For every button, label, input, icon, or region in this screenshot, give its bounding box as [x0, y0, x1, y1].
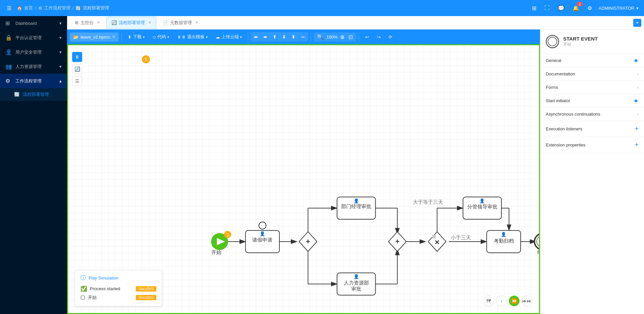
panel-section-forms-header[interactable]: Forms ›: [540, 81, 644, 94]
process-deploy-icon: 🔄: [14, 92, 19, 97]
fit-screen-button[interactable]: ⊡: [347, 33, 354, 41]
canvas-nav-skip-button[interactable]: ⏭⏭: [522, 296, 532, 306]
refresh-button[interactable]: ⟳: [385, 33, 396, 42]
panel-section-execution-listeners-header[interactable]: Execution listeners +: [540, 121, 644, 137]
svg-text:👤: 👤: [260, 231, 265, 237]
breadcrumb-workflow[interactable]: 工作流程管理: [44, 5, 70, 11]
svg-text:人力资源部: 人力资源部: [344, 280, 369, 286]
tab-deploy-close[interactable]: ✕: [148, 20, 151, 25]
code-icon: ◇: [153, 35, 156, 40]
user-security-expand-icon: ▾: [59, 50, 62, 55]
panel-section-start-initiator-header[interactable]: Start initiator ›: [540, 94, 644, 107]
content-area: ⊞ 主控台 ✕ 🔄 流程部署管理 ✕ 📄 元数据管理 ✕ +: [67, 16, 644, 314]
upload-label: 上传云端: [221, 34, 239, 40]
canvas-nav-chevron-button[interactable]: ›: [496, 296, 507, 306]
bpmn-canvas[interactable]: ⏸ 🔄 ☰ 1: [67, 44, 540, 314]
upload-button[interactable]: ☁ 上传云端: [212, 32, 245, 42]
documentation-label: Documentation: [546, 71, 575, 76]
tab-main-dashboard[interactable]: ⊞ 主控台 ✕: [70, 17, 105, 29]
svg-point-52: [548, 37, 557, 46]
breadcrumb-deploy: 流程部署管理: [83, 5, 109, 11]
main-content: 📂 leave_v2.bpmn ✕ ⬇ 下载 ◇ 代码: [67, 29, 644, 314]
list-tool-button[interactable]: ☰: [72, 76, 82, 86]
menu-toggle-button[interactable]: ☰: [5, 4, 13, 13]
redo-button[interactable]: ↪: [374, 33, 384, 42]
sim-check-icon-0: ✅: [80, 286, 87, 292]
distribute-h-button[interactable]: ⇿: [299, 33, 307, 41]
tab-dashboard-label: 主控台: [80, 20, 94, 26]
panel-section-async-header[interactable]: Asynchronous continuations ›: [540, 108, 644, 121]
align-left-button[interactable]: ⬅: [252, 33, 260, 41]
sim-label-1: 开始: [88, 295, 97, 301]
tab-dashboard-close[interactable]: ✕: [97, 20, 100, 25]
align-center-h-button[interactable]: ⬌: [261, 33, 270, 41]
canvas-nav: 🗺 › ⏩ ⏭⏭: [483, 296, 532, 306]
panel-section-extension-props-header[interactable]: Extension properties +: [540, 137, 644, 153]
tab-metadata-close[interactable]: ✕: [195, 20, 198, 25]
sim-header: ⓘ Play Simulation: [80, 274, 156, 281]
panel-section-documentation-header[interactable]: Documentation ›: [540, 67, 644, 80]
pause-tool-button[interactable]: ⏸: [72, 52, 82, 62]
panel-section-forms: Forms ›: [540, 81, 644, 94]
exit-template-button[interactable]: ⏸⏸ 退出模板: [174, 32, 211, 42]
home-icon: 🏠: [17, 6, 22, 11]
sidebar-item-hr[interactable]: 👥 人力资源管理 ▾: [0, 59, 67, 74]
sim-label-0: Process started: [90, 286, 120, 291]
code-button[interactable]: ◇ 代码: [149, 32, 172, 42]
settings-button[interactable]: ⚙: [586, 4, 593, 13]
file-name-button[interactable]: 📂 leave_v2.bpmn ✕: [70, 33, 119, 42]
svg-text:请假申请: 请假申请: [252, 237, 272, 243]
execution-listeners-add-button[interactable]: +: [635, 125, 639, 133]
sim-info-icon: ⓘ: [80, 274, 86, 281]
svg-text:👤: 👤: [501, 232, 506, 237]
loop-tool-button[interactable]: 🔄: [72, 64, 82, 74]
canvas-nav-fast-button[interactable]: ⏩: [509, 296, 520, 306]
sidebar-item-user-security[interactable]: 👤 用户安全管理 ▾: [0, 45, 67, 59]
hr-label: 人力资源管理: [15, 64, 42, 70]
align-center-v-button[interactable]: ⬍: [289, 33, 298, 41]
download-button[interactable]: ⬇ 下载: [124, 32, 148, 42]
user-security-label: 用户安全管理: [15, 49, 42, 55]
history-tools: ↩ ↪ ⟳: [362, 33, 396, 42]
undo-button[interactable]: ↩: [362, 33, 372, 42]
fullscreen-button[interactable]: ⛶: [543, 4, 551, 12]
extension-props-add-button[interactable]: +: [635, 141, 639, 149]
toolbar-sep2: [248, 33, 248, 41]
panel-section-general-header[interactable]: General ›: [540, 54, 644, 67]
zoom-out-button[interactable]: 🔍: [316, 33, 325, 41]
align-top-button[interactable]: ⬆: [270, 33, 279, 41]
apps-button[interactable]: ⊞: [531, 4, 538, 13]
notification-area: 🔔 2: [571, 4, 581, 13]
panel-section-async: Asynchronous continuations ›: [540, 108, 644, 121]
sidebar-item-process-deploy[interactable]: 🔄 流程部署管理: [0, 88, 67, 101]
tab-process-deploy[interactable]: 🔄 流程部署管理 ✕: [106, 17, 156, 29]
tab-add-button[interactable]: +: [633, 19, 641, 27]
general-dot: [635, 59, 637, 62]
upload-icon: ☁: [216, 35, 220, 40]
sim-circle-icon-1: [80, 295, 85, 300]
zoom-in-button[interactable]: ⊕: [339, 33, 346, 41]
user-security-icon: 👤: [5, 49, 12, 55]
svg-text:审批: 审批: [351, 286, 361, 292]
sidebar-item-dashboard[interactable]: ⊞ Dashboard ▾: [0, 16, 67, 30]
download-icon: ⬇: [128, 35, 131, 40]
code-label: 代码: [157, 34, 166, 40]
file-close-icon[interactable]: ✕: [112, 35, 115, 39]
breadcrumb-home[interactable]: 首页: [24, 5, 33, 11]
hr-expand-icon: ▾: [59, 64, 62, 69]
bpmn-toolbar: 📂 leave_v2.bpmn ✕ ⬇ 下载 ◇ 代码: [67, 29, 540, 44]
panel-event-name: START EVENT: [563, 36, 598, 42]
user-menu[interactable]: ADMINISTRATOR ▾: [599, 6, 639, 11]
align-tools: ⬅ ⬌ ⬆ ⬇ ⬍ ⇿: [251, 32, 308, 42]
forms-label: Forms: [546, 85, 558, 90]
dashboard-expand-icon: ▾: [59, 21, 62, 26]
documentation-arrow: ›: [637, 72, 639, 76]
sidebar-item-workflow[interactable]: ⚙ 工作流程管理 ▴: [0, 74, 67, 88]
header-left: ☰ 🏠 首页 / ⚙ 工作流程管理 / 🔄 流程部署管理: [5, 4, 109, 13]
sidebar-item-platform-auth[interactable]: 🔒 平台认证管理 ▾: [0, 30, 67, 45]
align-bottom-button[interactable]: ⬇: [280, 33, 288, 41]
workflow-expand-icon: ▴: [59, 78, 62, 83]
canvas-nav-map-button[interactable]: 🗺: [483, 296, 494, 306]
chat-button[interactable]: 💬: [556, 4, 566, 13]
tab-metadata[interactable]: 📄 元数据管理 ✕: [158, 17, 203, 29]
